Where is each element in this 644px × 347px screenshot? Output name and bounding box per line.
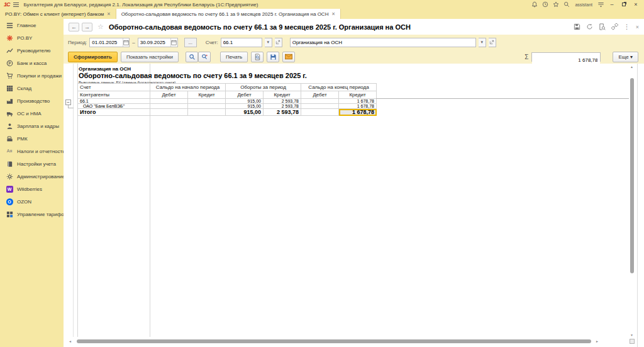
history-icon[interactable] (541, 1, 549, 8)
sidebar-item-upravlenie-tarifom[interactable]: Управление тарифом (0, 208, 64, 220)
find-next-button[interactable] (198, 52, 211, 62)
tab-close-icon[interactable]: × (331, 11, 335, 17)
minimize-button[interactable]: – (608, 1, 616, 8)
save-file-button[interactable] (267, 52, 279, 62)
service-settings-menu-icon[interactable] (597, 1, 604, 8)
sidebar-item-rmk[interactable]: РМК (0, 132, 64, 145)
show-settings-button[interactable]: Показать настройки (121, 52, 179, 62)
po-by-star-icon (6, 34, 13, 42)
book-icon (6, 160, 13, 168)
col-header-debit[interactable]: Дебет (301, 91, 339, 99)
sidebar-item-os-i-nma[interactable]: ОС и НМА (0, 107, 64, 120)
organization-field[interactable] (290, 38, 476, 47)
refresh-icon[interactable] (586, 23, 593, 30)
table-row-account-66-1: 66.1 915,00 2 593,78 1 678,78 (78, 99, 377, 104)
sidebar-item-rukovoditelyu[interactable]: Руководителю (0, 44, 64, 57)
col-header-account[interactable]: Счет (78, 84, 150, 91)
favorites-star-icon[interactable] (552, 1, 560, 8)
organization-open-icon[interactable] (489, 38, 496, 47)
tab-po-by-exchange[interactable]: PO.BY: Обмен с клиент (интернет) банком … (0, 9, 116, 19)
sidebar-item-administrirovanie[interactable]: Администрирование (0, 170, 64, 183)
col-header-credit[interactable]: Кредит (339, 91, 377, 99)
email-button[interactable] (282, 52, 295, 62)
save-report-icon[interactable] (574, 23, 580, 30)
scroll-left-icon[interactable]: ◄ (69, 339, 72, 343)
more-button[interactable]: Еще ▾ (613, 52, 638, 62)
close-form-icon[interactable]: × (636, 24, 639, 30)
gutter-line (73, 64, 74, 337)
horizontal-scroll-thumb[interactable] (77, 339, 591, 343)
group-header-closing-balance[interactable]: Сальдо на конец периода (301, 84, 377, 91)
report-spreadsheet[interactable]: Организация на ОСН Оборотно-сальдовая ве… (64, 64, 644, 347)
row-name-cell[interactable]: 66.1 (78, 99, 150, 104)
sidebar-item-proizvodstvo[interactable]: Производство (0, 94, 64, 107)
account-label: Счет: (206, 40, 218, 45)
vertical-scrollbar[interactable]: ▲ ▼ (629, 65, 635, 338)
sum-field[interactable] (531, 52, 601, 62)
sidebar-item-ozon[interactable]: O OZON (0, 195, 64, 208)
sidebar-item-wildberries[interactable]: W Wildberries (0, 183, 64, 195)
forward-button[interactable]: → (82, 23, 92, 31)
account-field[interactable] (221, 38, 262, 47)
col-header-debit[interactable]: Дебет (226, 91, 264, 99)
col-header-debit[interactable]: Дебет (150, 91, 188, 99)
group-header-opening-balance[interactable]: Сальдо на начало периода (150, 84, 226, 91)
calendar-icon[interactable] (123, 38, 130, 47)
sidebar-item-zarplata-i-kadry[interactable]: Зарплата и кадры (0, 120, 64, 132)
col-header-credit[interactable]: Кредит (264, 91, 301, 99)
sheet-right-edge (637, 64, 638, 347)
sidebar-item-nastroyki-ucheta[interactable]: Настройки учета (0, 157, 64, 170)
find-button[interactable] (186, 52, 198, 62)
organization-input[interactable] (291, 38, 475, 47)
selected-cell[interactable]: 1 678,78 (339, 109, 377, 116)
sidebar-item-glavnoe[interactable]: Главное (0, 19, 64, 31)
more-dots-icon[interactable]: ⋮ (624, 23, 630, 30)
scroll-right-icon[interactable]: ► (596, 339, 599, 343)
vertical-scroll-thumb[interactable] (630, 78, 634, 273)
period-from-input[interactable] (90, 38, 122, 47)
col-header-credit[interactable]: Кредит (188, 91, 226, 99)
account-dropdown-icon[interactable]: ▾ (265, 38, 272, 47)
tree-line (68, 108, 74, 108)
back-button[interactable]: ← (69, 23, 79, 31)
favorite-star-icon[interactable]: ☆ (97, 23, 104, 31)
print-preview-button[interactable] (251, 52, 264, 62)
period-from-field[interactable] (89, 38, 130, 47)
assistant-label[interactable]: assistant (575, 3, 592, 7)
scroll-down-icon[interactable]: ▼ (630, 333, 633, 337)
link-icon[interactable] (611, 23, 618, 30)
scroll-corner-icon[interactable] (630, 339, 635, 344)
period-choice-button[interactable]: ... (184, 38, 197, 47)
tab-close-icon[interactable]: × (107, 11, 110, 17)
period-label: Период: (68, 40, 87, 45)
print-button[interactable]: Печать (220, 52, 248, 62)
restore-button[interactable] (619, 1, 628, 8)
period-to-input[interactable] (138, 38, 170, 47)
calendar-icon[interactable] (170, 38, 177, 47)
sidebar-item-nalogi-i-otchetnost[interactable]: Ая Налоги и отчетность (0, 145, 64, 157)
generate-button[interactable]: Сформировать (68, 52, 118, 62)
search-icon[interactable] (563, 1, 570, 8)
truck-icon (6, 110, 13, 117)
sidebar-item-sklad[interactable]: Склад (0, 82, 64, 94)
sidebar-item-pokupki-i-prodazhi[interactable]: Покупки и продажи (0, 69, 64, 82)
sum-input[interactable] (532, 56, 600, 64)
main-menu-icon[interactable] (13, 3, 19, 7)
group-header-turnover[interactable]: Обороты за период (226, 84, 301, 91)
organization-dropdown-icon[interactable]: ▾ (479, 38, 486, 47)
scroll-up-icon[interactable]: ▲ (630, 65, 633, 69)
period-to-field[interactable] (138, 38, 178, 47)
tab-balance-sheet-report[interactable]: Оборотно-сальдовая ведомость по счету 66… (116, 9, 341, 19)
notifications-bell-icon[interactable] (531, 1, 538, 8)
sidebar-item-po-by[interactable]: PO.BY (0, 31, 64, 44)
find-in-report-icon[interactable] (599, 23, 606, 30)
row-name-cell[interactable]: Итого (78, 109, 150, 116)
sidebar-item-bank-i-kassa[interactable]: Банк и касса (0, 57, 64, 69)
col-header-counterparty[interactable]: Контрагенты (78, 91, 150, 99)
close-window-button[interactable]: × (631, 1, 640, 8)
account-input[interactable] (221, 38, 262, 47)
horizontal-scrollbar[interactable]: ◄ ► (65, 338, 634, 344)
collapse-group-icon[interactable]: − (65, 100, 71, 105)
row-name-cell[interactable]: ОАО "Банк БелВЭБ" (78, 104, 150, 109)
account-open-icon[interactable] (275, 38, 282, 47)
